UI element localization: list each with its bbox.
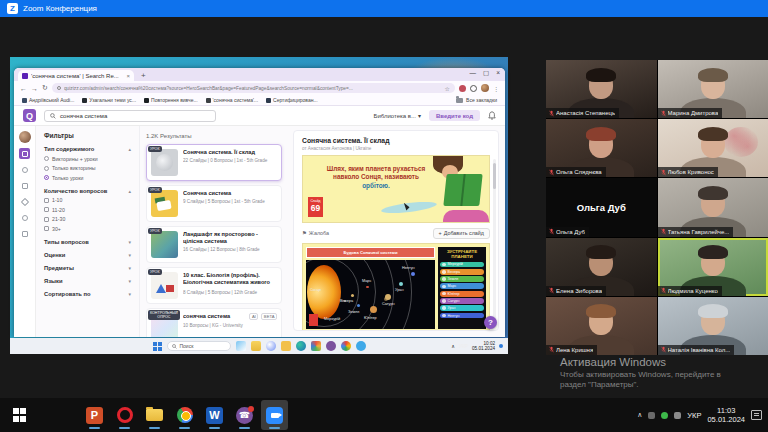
slide-preview-1[interactable]: Шлях, яким планета рухається навколо Сон…: [302, 155, 490, 223]
bookmark-star-icon[interactable]: ☆: [445, 85, 450, 92]
photos-icon[interactable]: [311, 341, 321, 351]
library-dropdown[interactable]: Библиотека в... ▾: [373, 112, 421, 119]
browser-menu-icon[interactable]: ⋮: [493, 85, 499, 92]
language-indicator[interactable]: УКР: [687, 411, 701, 420]
close-icon[interactable]: ×: [496, 69, 500, 77]
forward-icon[interactable]: →: [31, 85, 38, 92]
quizizz-logo[interactable]: Q: [23, 109, 36, 122]
participant-tile[interactable]: Ольга Сляднєва: [546, 119, 657, 177]
viber-icon[interactable]: ☎: [231, 400, 258, 430]
tab-close-icon[interactable]: ×: [126, 73, 130, 79]
participant-tile[interactable]: Марина Дмитрова: [658, 60, 768, 118]
filter-checkbox-option[interactable]: 30+: [44, 226, 131, 232]
browser-tab[interactable]: 'сонячна система' | Search Re... ×: [18, 70, 134, 81]
bookmark-item[interactable]: 'сонячна система'...: [206, 97, 258, 103]
scrollbar-thumb[interactable]: [493, 163, 496, 189]
participant-tile[interactable]: Татьяна Гаврилейче...: [658, 178, 768, 236]
radio-icon[interactable]: [44, 156, 49, 161]
filter-radio-option-selected[interactable]: Только уроки: [44, 175, 131, 181]
sidebar-item-classes[interactable]: [19, 212, 30, 223]
shared-system-tray[interactable]: ∧ УКР 10:02 05.01.2024: [451, 341, 503, 352]
filter-radio-option[interactable]: Только викторины: [44, 165, 131, 171]
zoom-titlebar[interactable]: Z Zoom Конференция: [0, 0, 768, 17]
filter-checkbox-option[interactable]: 21-30: [44, 216, 131, 222]
result-card-selected[interactable]: УРОК Сонячна система. Її склад 22 Слайды…: [146, 144, 282, 181]
result-card[interactable]: УРОК Ландшафт як просторово - цілісна си…: [146, 226, 282, 263]
filter-section-content-type[interactable]: Тип содержимого ▴: [44, 146, 131, 152]
result-card[interactable]: УРОК Сонячна система 9 Слайды | 5 Вопрос…: [146, 185, 282, 222]
report-button[interactable]: ⚑ Жалоба: [302, 230, 329, 236]
hidden-icons-chevron[interactable]: ∧: [637, 411, 642, 419]
participant-tile[interactable]: Наталія Іванівна Кол...: [658, 297, 768, 355]
bookmark-item[interactable]: Повторення вивче...: [144, 97, 198, 103]
help-button[interactable]: ?: [484, 316, 497, 329]
opera-icon[interactable]: [111, 400, 138, 430]
start-icon[interactable]: [153, 342, 162, 351]
new-tab-button[interactable]: +: [141, 71, 146, 81]
maximize-icon[interactable]: ▢: [483, 69, 489, 77]
start-button[interactable]: [6, 400, 33, 430]
filter-section-question-types[interactable]: Типы вопросов▾: [44, 239, 131, 245]
clock[interactable]: 10:02 05.01.2024: [472, 341, 495, 352]
antivirus-icon[interactable]: [661, 412, 668, 419]
chat-icon[interactable]: [266, 341, 276, 351]
skype-icon[interactable]: [356, 341, 366, 351]
notification-center-icon[interactable]: [751, 410, 762, 420]
sidebar-item-settings[interactable]: [19, 228, 30, 239]
back-icon[interactable]: ←: [20, 85, 27, 92]
checkbox-icon[interactable]: [44, 207, 49, 212]
site-info-icon[interactable]: [57, 86, 61, 90]
filter-section-sort[interactable]: Сортировать по▾: [44, 291, 131, 297]
bookmark-item[interactable]: Узагальни теми ус...: [82, 97, 136, 103]
enter-code-button[interactable]: Введите код: [429, 110, 480, 121]
participant-tile[interactable]: Ольга Дуб Ольга Дуб: [546, 178, 657, 236]
filter-checkbox-option[interactable]: 11-20: [44, 207, 131, 213]
minimize-icon[interactable]: —: [470, 69, 477, 77]
folder-icon[interactable]: [281, 341, 291, 351]
extension-icon[interactable]: [459, 85, 466, 92]
tray-icon[interactable]: [674, 412, 681, 419]
browser-profile-avatar[interactable]: [481, 84, 489, 92]
participant-tile[interactable]: Анастасія Степанець: [546, 60, 657, 118]
powerpoint-icon[interactable]: P: [81, 400, 108, 430]
participant-tile[interactable]: Любов Кривонос: [658, 119, 768, 177]
weather-icon[interactable]: [236, 341, 246, 351]
participant-tile[interactable]: Лена Кришня: [546, 297, 657, 355]
file-explorer-icon[interactable]: [141, 400, 168, 430]
checkbox-icon[interactable]: [44, 226, 49, 231]
add-slide-button[interactable]: + Добавить слайд: [433, 228, 490, 239]
filter-section-question-count[interactable]: Количество вопросов ▴: [44, 188, 131, 194]
filter-section-languages[interactable]: Языки▾: [44, 278, 131, 284]
taskbar-search[interactable]: Поиск: [167, 341, 231, 351]
filter-section-subjects[interactable]: Предметы▾: [44, 265, 131, 271]
sidebar-item-library[interactable]: [19, 180, 30, 191]
reload-icon[interactable]: ↻: [42, 84, 48, 92]
filter-checkbox-option[interactable]: 1-10: [44, 197, 131, 203]
scrollbar[interactable]: [493, 159, 496, 324]
sidebar-item-reports[interactable]: [19, 196, 30, 207]
language-indicator[interactable]: УКР: [459, 344, 468, 349]
slide-preview-2[interactable]: Будова Сонячної системи: [302, 243, 490, 332]
clock[interactable]: 11:03 05.01.2024: [707, 406, 745, 425]
avatar[interactable]: [19, 131, 31, 143]
bookmark-item[interactable]: Сертифицирован...: [266, 97, 318, 103]
all-bookmarks-button[interactable]: Все закладки: [456, 97, 497, 103]
tray-icon[interactable]: [648, 412, 655, 419]
radio-selected-icon[interactable]: [44, 175, 49, 180]
bookmark-item[interactable]: Андріївський Audi...: [22, 97, 74, 103]
sidebar-item-activity[interactable]: [19, 164, 30, 175]
file-explorer-icon[interactable]: [251, 341, 261, 351]
zoom-app-icon[interactable]: [261, 400, 288, 430]
participant-tile[interactable]: Елена Зиборова: [546, 238, 657, 296]
notification-dot[interactable]: [499, 344, 503, 348]
tray-chevron-icon[interactable]: ∧: [451, 343, 455, 349]
edge-icon[interactable]: [296, 341, 306, 351]
search-input[interactable]: сонячна система: [44, 110, 216, 122]
chrome-icon[interactable]: [171, 400, 198, 430]
chrome-icon[interactable]: [341, 341, 351, 351]
filter-radio-option[interactable]: Викторины + уроки: [44, 156, 131, 162]
checkbox-icon[interactable]: [44, 217, 49, 222]
bell-icon[interactable]: [488, 111, 496, 120]
checkbox-icon[interactable]: [44, 198, 49, 203]
radio-icon[interactable]: [44, 166, 49, 171]
